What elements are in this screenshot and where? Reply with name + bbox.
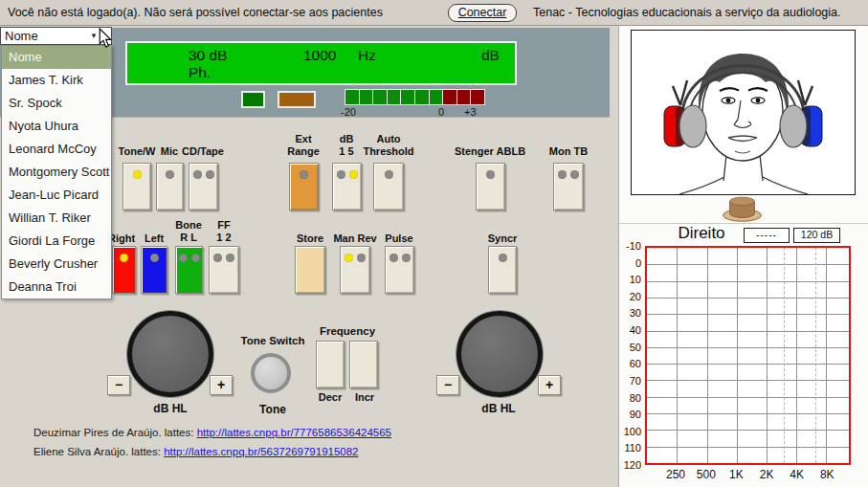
patient-option[interactable]: Giordi La Forge bbox=[2, 230, 111, 253]
mic-button[interactable] bbox=[156, 163, 184, 210]
vu-segment bbox=[401, 90, 414, 104]
vu-meter bbox=[345, 89, 485, 105]
right-db-decrease-button[interactable]: − bbox=[436, 375, 459, 395]
cd-tape-button[interactable] bbox=[189, 163, 218, 210]
brown-indicator-box bbox=[278, 91, 316, 108]
patient-option[interactable]: Deanna Troi bbox=[2, 276, 111, 299]
x-axis-tick: 2K bbox=[760, 468, 774, 481]
vu-scale-max: +3 bbox=[464, 106, 477, 118]
patient-select-value: Nome bbox=[5, 29, 38, 43]
x-axis-tick: 250 bbox=[666, 468, 685, 481]
frequency-label: Frequency bbox=[316, 325, 379, 337]
grid-vline bbox=[677, 248, 678, 463]
audiometer-lcd-display: 30 dB 1000 Hz dB Ph. bbox=[125, 41, 517, 85]
y-axis-tick: 100 bbox=[624, 426, 641, 437]
patient-option[interactable]: Jean-Luc Picard bbox=[2, 184, 111, 207]
pulse-label: Pulse bbox=[378, 232, 420, 245]
stenger-ablb-button[interactable] bbox=[476, 163, 505, 210]
connect-button[interactable]: Conectar bbox=[448, 4, 517, 22]
top-bar: Você não está logado(a). Não será possív… bbox=[0, 0, 868, 26]
vu-segment bbox=[430, 90, 443, 104]
chevron-down-icon[interactable]: ▼ bbox=[90, 32, 98, 40]
patient-option[interactable]: Nome bbox=[2, 46, 111, 69]
patient-option[interactable]: Nyota Uhura bbox=[2, 115, 111, 138]
patient-option[interactable]: Beverly Crusher bbox=[2, 253, 111, 276]
patient-option[interactable]: James T. Kirk bbox=[2, 69, 111, 92]
left-db-hl-knob[interactable] bbox=[127, 311, 213, 397]
y-axis-tick: 80 bbox=[630, 392, 641, 404]
decr-label: Decr bbox=[311, 391, 349, 403]
credit-1-link[interactable]: http://lattes.cnpq.br/7776586536424565 bbox=[197, 427, 391, 438]
auto-threshold-button[interactable] bbox=[373, 163, 404, 210]
credit-2-link[interactable]: http://lattes.cnpq.br/5637269791915082 bbox=[164, 446, 358, 457]
gray-led bbox=[193, 170, 202, 179]
pulse-button[interactable] bbox=[385, 246, 414, 294]
patient-select[interactable]: Nome ▼ bbox=[0, 27, 112, 45]
patient-option[interactable]: Sr. Spock bbox=[2, 92, 111, 115]
frequency-decrease-button[interactable] bbox=[316, 341, 345, 388]
patient-option[interactable]: Leonard McCoy bbox=[2, 138, 111, 161]
vu-segment bbox=[443, 90, 456, 104]
ext-range-button[interactable] bbox=[289, 163, 319, 210]
y-axis-tick: 40 bbox=[630, 324, 641, 336]
auto-threshold-label: Auto Threshold bbox=[346, 133, 431, 157]
ff-label-line2: 1 2 bbox=[197, 232, 251, 244]
grid-vline bbox=[767, 248, 768, 463]
grid-vline bbox=[737, 248, 738, 463]
grid-vline bbox=[826, 248, 827, 463]
y-axis-tick: 50 bbox=[630, 342, 641, 353]
patient-dropdown-list: NomeJames T. KirkSr. SpockNyota UhuraLeo… bbox=[1, 45, 112, 299]
mouse-cursor-icon bbox=[99, 28, 113, 53]
vu-segment bbox=[457, 90, 471, 104]
x-axis-tick: 500 bbox=[697, 468, 716, 481]
y-axis-tick: 90 bbox=[630, 409, 641, 420]
grid-vline-dashed bbox=[815, 248, 816, 463]
right-ear-button[interactable] bbox=[112, 246, 136, 294]
max-level-box: 120 dB bbox=[793, 228, 840, 243]
patient-option[interactable]: Willian T. Riker bbox=[2, 207, 111, 230]
frequency-unit: Hz bbox=[358, 47, 376, 64]
tone-w-button[interactable] bbox=[122, 163, 151, 210]
credit-2-text: Eliene Silva Araújo. lattes: bbox=[33, 446, 161, 457]
y-axis-tick: 30 bbox=[630, 307, 641, 319]
vu-scale-zero: 0 bbox=[438, 106, 444, 118]
grid-vline-dashed bbox=[784, 248, 785, 463]
ff-label: FF 1 2 bbox=[197, 219, 251, 243]
left-ear-button[interactable] bbox=[141, 246, 167, 294]
gray-led bbox=[300, 170, 308, 179]
right-db-hl-knob[interactable] bbox=[456, 311, 543, 397]
y-axis-tick: 10 bbox=[630, 274, 641, 285]
audiogram-plot bbox=[645, 246, 851, 465]
syncr-button[interactable] bbox=[488, 246, 517, 294]
free-field-button[interactable] bbox=[209, 246, 239, 294]
right-db-increase-button[interactable]: + bbox=[538, 375, 561, 395]
transducer-readout: Ph. bbox=[189, 64, 211, 81]
audiometer-simulator-app: { "top_bar": { "status_text": "Você não … bbox=[0, 0, 868, 487]
bone-button[interactable] bbox=[175, 246, 203, 294]
grid-vline bbox=[796, 248, 797, 463]
mon-tb-button[interactable] bbox=[553, 163, 584, 210]
y-axis-tick: 60 bbox=[630, 358, 641, 369]
left-db-hl-label: dB HL bbox=[139, 402, 202, 415]
store-button[interactable] bbox=[295, 246, 325, 294]
credit-1-text: Deuzimar Pires de Araújo. lattes: bbox=[33, 427, 193, 438]
gray-led bbox=[226, 254, 234, 262]
tone-label: Tone bbox=[244, 403, 301, 416]
tone-switch-button[interactable] bbox=[251, 353, 291, 393]
patient-option[interactable]: Montgomery Scott bbox=[2, 161, 111, 184]
gray-led bbox=[206, 170, 214, 179]
mon-tb-label: Mon TB bbox=[536, 145, 601, 158]
frequency-increase-button[interactable] bbox=[349, 341, 378, 388]
man-rev-button[interactable] bbox=[340, 246, 370, 294]
gray-led bbox=[385, 170, 393, 179]
left-db-decrease-button[interactable]: − bbox=[107, 375, 130, 395]
gray-led bbox=[166, 170, 174, 179]
right-db-hl-label: dB HL bbox=[467, 402, 530, 415]
db-step-button[interactable] bbox=[332, 163, 362, 210]
y-axis-tick: 70 bbox=[630, 375, 641, 387]
gray-led bbox=[570, 170, 579, 179]
y-axis-tick: 110 bbox=[624, 442, 641, 454]
grid-vline bbox=[707, 248, 708, 463]
y-axis-tick: 120 bbox=[624, 459, 641, 471]
left-db-increase-button[interactable]: + bbox=[210, 375, 233, 395]
